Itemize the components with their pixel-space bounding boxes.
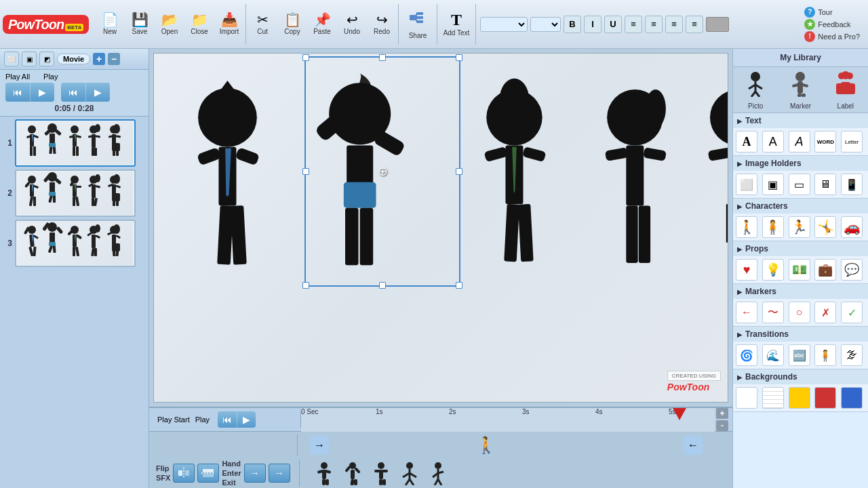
bg-blue-button[interactable]: [841, 387, 863, 409]
section-props-header[interactable]: ▶ Props: [733, 241, 868, 256]
remove-slide-button[interactable]: −: [108, 53, 120, 65]
underline-button[interactable]: U: [604, 16, 622, 33]
undo-button[interactable]: ↩ Undo: [337, 5, 367, 43]
marker-check-button[interactable]: ✓: [841, 302, 863, 323]
paste-button[interactable]: 📌 Paste: [307, 5, 337, 43]
anim-figure-5-button[interactable]: [427, 461, 449, 485]
holder-mobile-button[interactable]: 📱: [841, 174, 863, 195]
char-4-button[interactable]: 🤸: [814, 216, 836, 238]
bg-red-button[interactable]: [814, 387, 836, 409]
char-1-button[interactable]: 🚶: [736, 216, 757, 238]
import-button[interactable]: 📥 Import: [214, 5, 244, 43]
tab-picto[interactable]: Picto: [733, 67, 778, 113]
section-text-header[interactable]: ▶ Text: [733, 113, 868, 128]
flip-v-button[interactable]: [197, 464, 219, 483]
text-style-1-button[interactable]: A: [736, 131, 757, 152]
bg-white-button[interactable]: [736, 387, 757, 409]
redo-button[interactable]: ↪ Redo: [367, 5, 397, 43]
enter-left-button[interactable]: →: [244, 464, 266, 483]
new-button[interactable]: 📄 New: [95, 5, 125, 43]
anim-figure-4-button[interactable]: [399, 461, 420, 485]
prop-money-button[interactable]: 💵: [789, 259, 810, 281]
slide-thumbnail[interactable]: [15, 220, 136, 267]
char-2-button[interactable]: 🧍: [762, 216, 784, 238]
slide-thumbnail[interactable]: [15, 119, 136, 167]
timeline-end-arrow[interactable]: ←: [684, 436, 703, 455]
play-all-rewind-button[interactable]: ⏮: [5, 83, 30, 102]
marker-wave-button[interactable]: 〜: [762, 302, 784, 323]
align-right-button[interactable]: ≡: [665, 16, 683, 33]
timeline-playhead[interactable]: [673, 408, 686, 420]
view-icon-2[interactable]: ▣: [22, 52, 37, 66]
prop-heart-button[interactable]: ♥: [736, 259, 757, 281]
marker-x-button[interactable]: ✗: [814, 302, 836, 323]
close-button[interactable]: 📁 Close: [184, 5, 214, 43]
align-justify-button[interactable]: ≡: [686, 16, 703, 33]
text-style-letter-button[interactable]: Letter: [841, 131, 863, 152]
text-style-word-button[interactable]: WORD: [814, 131, 836, 152]
text-style-2-button[interactable]: A: [762, 131, 784, 152]
anim-figure-1-button[interactable]: [313, 461, 335, 485]
align-left-button[interactable]: ≡: [625, 16, 642, 33]
trans-4-button[interactable]: 🧍: [814, 344, 836, 366]
trans-3-button[interactable]: 🔤: [789, 344, 810, 366]
section-markers-header[interactable]: ▶ Markers: [733, 284, 868, 299]
timeline-start-arrow[interactable]: →: [310, 436, 329, 455]
play-rewind-button[interactable]: ⏮: [61, 83, 85, 102]
bold-button[interactable]: B: [564, 16, 581, 33]
text-style-3-button[interactable]: A: [789, 131, 810, 152]
marker-circle-button[interactable]: ○: [789, 302, 810, 323]
holder-monitor-button[interactable]: 🖥: [814, 174, 836, 195]
italic-button[interactable]: I: [584, 16, 601, 33]
holder-rounded-button[interactable]: ▣: [762, 174, 784, 195]
tab-marker[interactable]: Marker: [778, 67, 823, 113]
share-button[interactable]: Share: [400, 5, 435, 43]
section-image-holders-header[interactable]: ▶ Image Holders: [733, 156, 868, 171]
copy-button[interactable]: 📋 Copy: [277, 5, 307, 43]
cut-button[interactable]: ✂ Cut: [248, 5, 277, 43]
play-all-play-button[interactable]: ▶: [30, 83, 54, 102]
view-icon-3[interactable]: ◩: [39, 52, 54, 66]
slide-thumbnail[interactable]: [15, 169, 136, 217]
marker-arrow-button[interactable]: ←: [736, 302, 757, 323]
view-icon-1[interactable]: ⬜: [4, 52, 19, 66]
add-text-button[interactable]: T Add Text: [439, 5, 474, 43]
flip-h-button[interactable]: [173, 464, 195, 483]
open-button[interactable]: 📂 Open: [155, 5, 184, 43]
char-5-button[interactable]: 🚗: [841, 216, 863, 238]
holder-rect-button[interactable]: ⬜: [736, 174, 757, 195]
list-item[interactable]: 1: [3, 119, 146, 167]
zoom-out-button[interactable]: -: [716, 420, 728, 431]
play-play-button[interactable]: ▶: [85, 83, 110, 102]
section-transitions-header[interactable]: ▶ Transitions: [733, 327, 868, 342]
font-size-select[interactable]: [530, 17, 561, 32]
feedback-button[interactable]: ★ Feedback: [804, 19, 860, 30]
font-select[interactable]: [480, 17, 528, 32]
text-color-picker[interactable]: [706, 17, 729, 32]
prop-bubble-button[interactable]: 💬: [841, 259, 863, 281]
enter-right-button[interactable]: →: [269, 464, 290, 483]
tour-button[interactable]: ? Tour: [804, 7, 860, 18]
list-item[interactable]: 3: [3, 220, 146, 267]
holder-wide-button[interactable]: ▭: [789, 174, 810, 195]
prop-bulb-button[interactable]: 💡: [762, 259, 784, 281]
char-3-button[interactable]: 🏃: [789, 216, 810, 238]
bg-yellow-button[interactable]: [789, 387, 810, 409]
need-pro-button[interactable]: ! Need a Pro?: [804, 31, 860, 42]
section-characters-header[interactable]: ▶ Characters: [733, 199, 868, 214]
anim-figure-2-button[interactable]: [342, 461, 363, 485]
bg-grid-button[interactable]: [762, 387, 784, 409]
zoom-in-button[interactable]: +: [716, 408, 728, 419]
align-center-button[interactable]: ≡: [645, 16, 663, 33]
list-item[interactable]: 2: [3, 169, 146, 217]
prop-briefcase-button[interactable]: 💼: [814, 259, 836, 281]
section-backgrounds-header[interactable]: ▶ Backgrounds: [733, 369, 868, 384]
save-button[interactable]: 💾 Save: [125, 5, 155, 43]
timeline-play-button[interactable]: ▶: [237, 411, 256, 428]
canvas[interactable]: ⊕ CREATED USING PowToon: [153, 53, 728, 403]
trans-2-button[interactable]: 🌊: [762, 344, 784, 366]
trans-1-button[interactable]: 🌀: [736, 344, 757, 366]
tab-label[interactable]: Label: [823, 67, 868, 113]
timeline-rewind-button[interactable]: ⏮: [218, 411, 237, 428]
add-slide-button[interactable]: +: [93, 53, 105, 65]
